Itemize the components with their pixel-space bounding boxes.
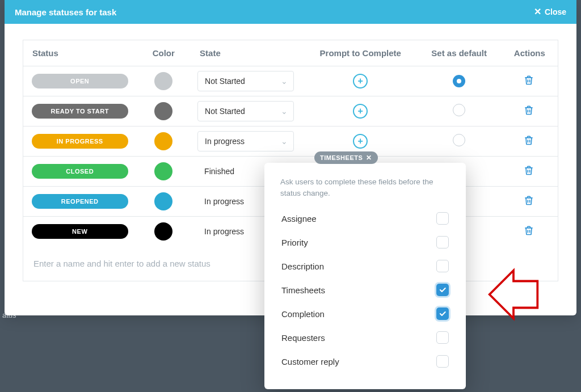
popover-checkbox[interactable] — [436, 331, 449, 344]
delete-button[interactable] — [523, 134, 536, 147]
status-pill[interactable]: REOPENED — [32, 194, 128, 209]
delete-button[interactable] — [523, 74, 536, 87]
popover-item: Requesters — [280, 326, 450, 349]
state-value: Not Started — [205, 77, 245, 86]
popover-checkbox[interactable] — [436, 212, 449, 225]
col-state: State — [191, 40, 304, 66]
state-value: In progress — [197, 221, 251, 242]
table-row: READY TO STARTNot Started⌄+ — [23, 96, 558, 127]
close-button[interactable]: ✕ Close — [534, 7, 566, 16]
prompt-add-button[interactable]: + — [353, 104, 368, 119]
popover-checkbox[interactable] — [436, 260, 449, 272]
prompt-add-button[interactable]: + — [353, 134, 368, 149]
popover-item-label: Assignee — [281, 214, 317, 224]
popover-item: Timesheets — [280, 278, 450, 302]
default-radio[interactable] — [453, 75, 465, 87]
color-swatch[interactable] — [154, 192, 172, 210]
chevron-down-icon: ⌄ — [281, 137, 288, 146]
table-row: IN PROGRESSIn progress⌄+ — [23, 127, 558, 157]
color-swatch[interactable] — [154, 132, 172, 150]
close-label: Close — [545, 7, 566, 16]
state-select[interactable]: In progress⌄ — [197, 131, 294, 151]
close-icon: ✕ — [534, 7, 541, 16]
popover-checkbox[interactable] — [436, 355, 449, 368]
status-pill[interactable]: NEW — [32, 224, 128, 239]
status-pill[interactable]: READY TO START — [32, 104, 128, 119]
chip-label: TIMESHEETS — [320, 154, 363, 161]
popover-item: Priority — [280, 230, 450, 254]
state-select[interactable]: Not Started⌄ — [197, 71, 294, 91]
default-radio[interactable] — [453, 134, 465, 146]
status-pill[interactable]: OPEN — [32, 74, 128, 88]
col-actions: Actions — [502, 40, 558, 66]
modal-title: Manage statuses for task — [15, 7, 116, 17]
state-value: In progress — [205, 137, 245, 146]
popover-item-label: Completion — [281, 309, 325, 319]
color-swatch[interactable] — [154, 102, 172, 120]
popover-item-label: Description — [281, 262, 324, 271]
popover-item-label: Customer reply — [281, 357, 339, 366]
popover-item: Description — [280, 254, 450, 278]
col-prompt: Prompt to Complete — [304, 40, 417, 66]
popover-checkbox[interactable] — [436, 307, 449, 320]
table-row: OPENNot Started⌄+ — [23, 66, 558, 96]
popover-checkbox[interactable] — [436, 284, 449, 296]
status-pill[interactable]: IN PROGRESS — [32, 134, 128, 149]
default-radio[interactable] — [453, 104, 465, 116]
popover-description: Ask users to complete these fields befor… — [280, 176, 450, 199]
col-color: Color — [136, 40, 191, 66]
status-pill[interactable]: CLOSED — [32, 164, 128, 179]
delete-button[interactable] — [523, 104, 536, 117]
color-swatch[interactable] — [154, 162, 172, 180]
chevron-down-icon: ⌄ — [281, 107, 288, 116]
popover-item: Customer reply — [280, 349, 450, 373]
prompt-chip-timesheets[interactable]: TIMESHEETS ✕ — [314, 151, 378, 164]
color-swatch[interactable] — [154, 72, 172, 90]
popover-item-label: Priority — [281, 238, 308, 247]
col-status: Status — [23, 40, 137, 66]
state-select[interactable]: Not Started⌄ — [197, 101, 294, 121]
popover-item-label: Timesheets — [281, 285, 325, 295]
popover-item: Completion — [280, 302, 450, 326]
delete-button[interactable] — [523, 195, 536, 207]
popover-item-label: Requesters — [281, 333, 325, 343]
color-swatch[interactable] — [154, 222, 172, 241]
state-value: In progress — [197, 191, 251, 212]
modal-header: Manage statuses for task ✕ Close — [5, 0, 576, 24]
prompt-fields-popover: Ask users to complete these fields befor… — [264, 163, 466, 389]
col-default: Set as default — [417, 40, 502, 66]
chevron-down-icon: ⌄ — [281, 77, 288, 86]
popover-checkbox[interactable] — [436, 236, 449, 248]
delete-button[interactable] — [523, 225, 536, 237]
chip-remove-icon[interactable]: ✕ — [366, 154, 372, 162]
popover-item: Assignee — [280, 206, 450, 230]
delete-button[interactable] — [523, 165, 536, 177]
prompt-add-button[interactable]: + — [353, 74, 368, 88]
state-value: Finished — [197, 161, 241, 182]
state-value: Not Started — [205, 107, 245, 116]
